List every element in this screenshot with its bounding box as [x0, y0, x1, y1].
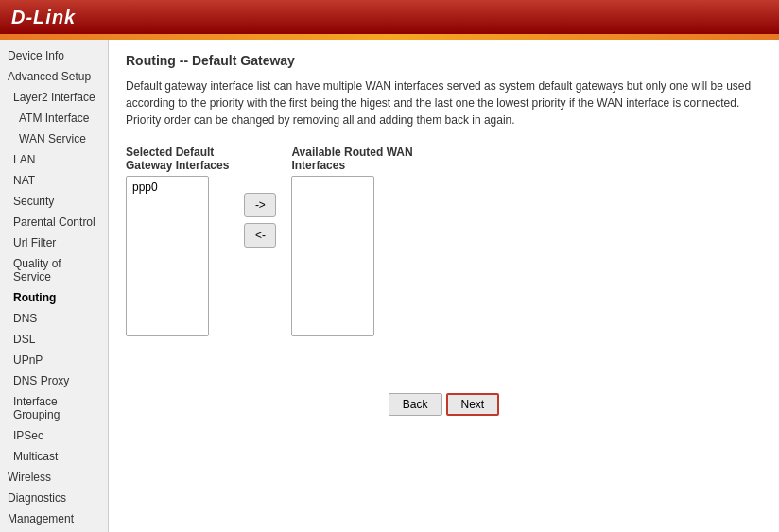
sidebar-item-lan[interactable]: LAN: [0, 149, 108, 170]
sidebar-item-quality-of-service[interactable]: Quality of Service: [0, 253, 108, 287]
sidebar-item-device-info[interactable]: Device Info: [0, 45, 108, 66]
sidebar-item-wireless[interactable]: Wireless: [0, 467, 108, 488]
sidebar-item-layer2-interface[interactable]: Layer2 Interface: [0, 87, 108, 108]
arrow-buttons: -> <-: [244, 193, 276, 248]
sidebar-item-dsl[interactable]: DSL: [0, 329, 108, 350]
sidebar-item-multicast[interactable]: Multicast: [0, 446, 108, 467]
selected-gateway-list[interactable]: ppp0: [126, 176, 209, 336]
bottom-buttons: Back Next: [126, 393, 762, 416]
available-wan-label: Available Routed WAN Interfaces: [291, 146, 412, 172]
sidebar-item-routing[interactable]: Routing: [0, 287, 108, 308]
sidebar-item-parental-control[interactable]: Parental Control: [0, 212, 108, 232]
back-button[interactable]: Back: [389, 393, 442, 416]
sidebar-item-dns[interactable]: DNS: [0, 308, 108, 329]
sidebar-item-advanced-setup[interactable]: Advanced Setup: [0, 66, 108, 87]
available-wan-container: Available Routed WAN Interfaces: [291, 146, 412, 336]
add-to-selected-button[interactable]: ->: [244, 193, 276, 217]
sidebar-item-dns-proxy[interactable]: DNS Proxy: [0, 370, 108, 391]
sidebar-item-ipsec[interactable]: IPSec: [0, 425, 108, 446]
content: Routing -- Default Gateway Default gatew…: [109, 40, 779, 532]
selected-gateway-container: Selected Default Gateway Interfaces ppp0: [126, 146, 229, 336]
sidebar-item-atm-interface[interactable]: ATM Interface: [0, 108, 108, 129]
sidebar-item-diagnostics[interactable]: Diagnostics: [0, 488, 108, 508]
page-title: Routing -- Default Gateway: [126, 53, 762, 68]
sidebar-item-security[interactable]: Security: [0, 191, 108, 212]
sidebar-item-url-filter[interactable]: Url Filter: [0, 232, 108, 253]
sidebar-item-nat[interactable]: NAT: [0, 170, 108, 191]
logo: D-Link: [11, 7, 76, 28]
next-button[interactable]: Next: [446, 393, 500, 416]
sidebar-item-interface-grouping[interactable]: Interface Grouping: [0, 391, 108, 425]
description: Default gateway interface list can have …: [126, 77, 762, 129]
selected-gateway-label: Selected Default Gateway Interfaces: [126, 146, 229, 172]
sidebar: Device InfoAdvanced SetupLayer2 Interfac…: [0, 40, 109, 532]
gateway-section: Selected Default Gateway Interfaces ppp0…: [126, 146, 762, 336]
remove-from-selected-button[interactable]: <-: [244, 223, 276, 248]
main-layout: Device InfoAdvanced SetupLayer2 Interfac…: [0, 40, 779, 532]
header: D-Link: [0, 0, 779, 34]
available-wan-list[interactable]: [291, 176, 374, 336]
sidebar-item-wan-service[interactable]: WAN Service: [0, 129, 108, 149]
sidebar-item-upnp[interactable]: UPnP: [0, 350, 108, 370]
sidebar-item-management[interactable]: Management: [0, 508, 108, 529]
